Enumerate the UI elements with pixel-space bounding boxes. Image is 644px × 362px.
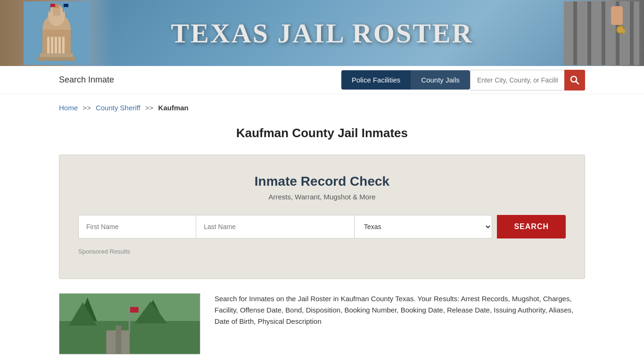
bottom-image [59, 293, 200, 354]
svg-rect-23 [611, 6, 623, 25]
search-icon [570, 75, 579, 85]
breadcrumb-current: Kaufman [158, 104, 189, 112]
breadcrumb-sep-1: >> [83, 104, 91, 112]
svg-rect-38 [130, 307, 139, 313]
svg-rect-6 [47, 37, 50, 53]
svg-line-28 [576, 81, 579, 84]
sponsored-label: Sponsored Results [78, 248, 566, 255]
svg-rect-36 [116, 326, 121, 354]
search-inmate-label: Search Inmate [59, 75, 114, 85]
breadcrumb-county-sheriff[interactable]: County Sheriff [96, 104, 140, 112]
nav-right: Police Facilities County Jails [341, 70, 585, 90]
last-name-input[interactable] [196, 215, 355, 239]
svg-rect-5 [55, 3, 58, 8]
facility-search-button[interactable] [564, 70, 585, 90]
svg-rect-26 [623, 30, 625, 33]
page-title: Kaufman County Jail Inmates [0, 126, 644, 140]
svg-rect-13 [50, 4, 50, 12]
svg-rect-14 [50, 4, 55, 7]
breadcrumb-sep-2: >> [145, 104, 154, 112]
svg-rect-15 [63, 4, 64, 12]
svg-rect-11 [40, 53, 73, 57]
record-check-title: Inmate Record Check [78, 174, 566, 189]
svg-rect-18 [573, 1, 577, 65]
jail-keys-icon [564, 1, 639, 65]
svg-rect-22 [630, 1, 634, 65]
svg-rect-10 [62, 37, 65, 53]
police-facilities-button[interactable]: Police Facilities [341, 70, 411, 90]
banner-right-image [559, 0, 644, 66]
svg-rect-37 [129, 307, 130, 333]
banner-left-image [0, 0, 113, 66]
first-name-input[interactable] [78, 215, 196, 239]
header-banner: Texas Jail Roster [0, 0, 644, 66]
svg-rect-8 [55, 37, 57, 53]
svg-rect-12 [38, 57, 75, 61]
facility-search-input[interactable] [470, 70, 564, 90]
svg-rect-9 [58, 37, 61, 53]
svg-rect-16 [64, 4, 68, 7]
breadcrumb: Home >> County Sheriff >> Kaufman [0, 94, 644, 116]
svg-rect-7 [51, 37, 53, 53]
county-jails-button[interactable]: County Jails [411, 70, 470, 90]
capitol-icon [24, 1, 90, 65]
nav-bar: Search Inmate Police Facilities County J… [0, 66, 644, 94]
record-search-button[interactable]: SEARCH [497, 215, 566, 239]
county-image [59, 293, 200, 354]
banner-title: Texas Jail Roster [171, 17, 473, 49]
page-title-area: Kaufman County Jail Inmates [0, 116, 644, 155]
record-check-subtitle: Arrests, Warrant, Mugshot & More [78, 193, 566, 201]
record-check-form: AlabamaAlaskaArizonaArkansasCaliforniaCo… [78, 215, 566, 239]
state-select[interactable]: AlabamaAlaskaArizonaArkansasCaliforniaCo… [355, 215, 492, 239]
bottom-description: Search for Inmates on the Jail Roster in… [215, 293, 585, 354]
record-check-box: Inmate Record Check Arrests, Warrant, Mu… [59, 155, 585, 279]
svg-rect-19 [587, 1, 591, 65]
breadcrumb-home[interactable]: Home [59, 104, 78, 112]
svg-rect-20 [602, 1, 605, 65]
bottom-section: Search for Inmates on the Jail Roster in… [0, 293, 644, 362]
